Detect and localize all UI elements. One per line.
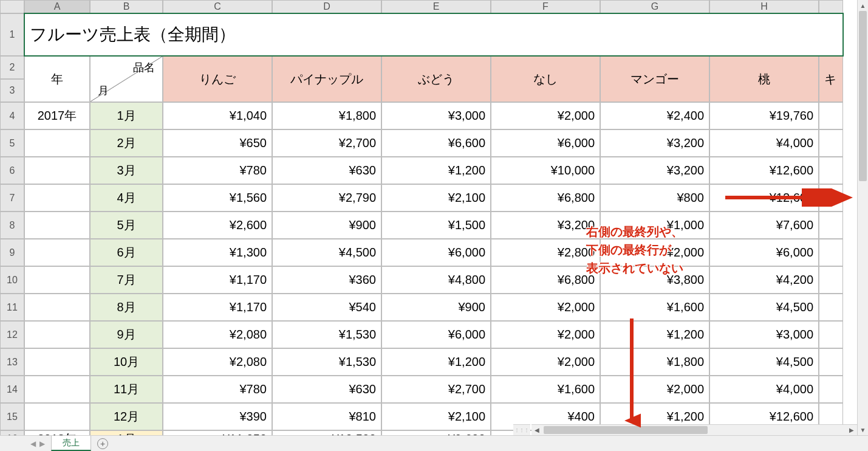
data-cell[interactable]: ¥4,200: [709, 266, 819, 294]
year-cell[interactable]: [24, 239, 90, 266]
data-cell[interactable]: ¥3,200: [600, 157, 709, 184]
data-cell[interactable]: ¥4,500: [709, 294, 819, 321]
year-cell[interactable]: [24, 184, 90, 212]
data-cell[interactable]: ¥900: [381, 294, 491, 321]
month-cell[interactable]: 11月: [90, 376, 163, 403]
data-cell[interactable]: ¥2,700: [381, 376, 491, 403]
year-cell[interactable]: [24, 403, 90, 430]
row-header-6[interactable]: 6: [0, 157, 24, 184]
month-cell[interactable]: 12月: [90, 403, 163, 430]
month-cell[interactable]: 5月: [90, 212, 163, 239]
data-cell[interactable]: ¥3,200: [491, 212, 600, 239]
data-cell[interactable]: ¥1,800: [600, 348, 709, 376]
header-diagonal[interactable]: 品名 月: [90, 56, 163, 102]
data-cell[interactable]: ¥12,600: [709, 184, 819, 212]
data-cell-partial[interactable]: [819, 294, 843, 321]
col-header-H[interactable]: H: [709, 0, 819, 13]
row-header-12[interactable]: 12: [0, 321, 24, 348]
month-cell[interactable]: 9月: [90, 321, 163, 348]
data-cell[interactable]: ¥780: [163, 376, 272, 403]
year-cell[interactable]: [24, 321, 90, 348]
month-cell[interactable]: 2月: [90, 129, 163, 157]
row-header-8[interactable]: 8: [0, 212, 24, 239]
data-cell-partial[interactable]: [819, 321, 843, 348]
data-cell[interactable]: ¥1,500: [381, 212, 491, 239]
data-cell[interactable]: ¥4,500: [709, 348, 819, 376]
tab-nav[interactable]: ◀ ▶: [24, 436, 51, 451]
data-cell[interactable]: ¥2,000: [600, 376, 709, 403]
data-cell[interactable]: ¥1,170: [163, 266, 272, 294]
col-header-B[interactable]: B: [90, 0, 163, 13]
data-cell[interactable]: ¥1,530: [272, 321, 381, 348]
data-cell[interactable]: ¥630: [272, 157, 381, 184]
scroll-right-icon[interactable]: ▶: [846, 425, 857, 435]
col-header-D[interactable]: D: [272, 0, 381, 13]
header-fruit-2[interactable]: ぶどう: [381, 56, 491, 102]
select-all-corner[interactable]: [0, 0, 24, 13]
header-fruit-3[interactable]: なし: [491, 56, 600, 102]
data-cell-partial[interactable]: [819, 212, 843, 239]
data-cell[interactable]: ¥2,000: [491, 321, 600, 348]
col-header-E[interactable]: E: [381, 0, 491, 13]
data-cell[interactable]: ¥1,560: [163, 184, 272, 212]
data-cell[interactable]: ¥2,800: [491, 239, 600, 266]
spreadsheet-grid[interactable]: A B C D E F G H 1 フルーツ売上表（全期間） 2 年 品名 月 …: [0, 0, 868, 435]
data-cell-partial[interactable]: [819, 129, 843, 157]
data-cell[interactable]: ¥4,800: [381, 266, 491, 294]
data-cell[interactable]: ¥4,500: [272, 239, 381, 266]
data-cell[interactable]: ¥3,200: [600, 129, 709, 157]
header-fruit-4[interactable]: マンゴー: [600, 56, 709, 102]
data-cell[interactable]: ¥1,200: [381, 348, 491, 376]
data-cell[interactable]: ¥6,000: [381, 239, 491, 266]
data-cell[interactable]: ¥12,600: [709, 157, 819, 184]
data-cell[interactable]: ¥1,000: [600, 212, 709, 239]
add-sheet-button[interactable]: +: [91, 436, 114, 451]
scroll-up-icon[interactable]: ▲: [858, 0, 868, 11]
month-cell[interactable]: 1月: [90, 102, 163, 129]
data-cell[interactable]: ¥540: [272, 294, 381, 321]
row-header-13[interactable]: 13: [0, 348, 24, 376]
data-cell[interactable]: ¥4,000: [709, 376, 819, 403]
data-cell[interactable]: ¥1,200: [381, 157, 491, 184]
horizontal-scrollbar[interactable]: ◀ ▶: [531, 424, 857, 435]
row-header-11[interactable]: 11: [0, 294, 24, 321]
month-cell[interactable]: 7月: [90, 266, 163, 294]
data-cell-partial[interactable]: [819, 348, 843, 376]
col-header-F[interactable]: F: [491, 0, 600, 13]
data-cell[interactable]: ¥2,000: [491, 294, 600, 321]
sheet-tab-active[interactable]: 売上: [51, 436, 91, 451]
data-cell[interactable]: ¥4,000: [709, 129, 819, 157]
data-cell-partial[interactable]: [819, 157, 843, 184]
data-cell[interactable]: ¥810: [272, 403, 381, 430]
data-cell[interactable]: ¥10,000: [491, 157, 600, 184]
col-header-G[interactable]: G: [600, 0, 709, 13]
month-cell[interactable]: 6月: [90, 239, 163, 266]
data-cell[interactable]: ¥6,000: [491, 129, 600, 157]
data-cell[interactable]: ¥1,530: [272, 348, 381, 376]
data-cell[interactable]: ¥2,400: [600, 102, 709, 129]
col-header-C[interactable]: C: [163, 0, 272, 13]
year-cell[interactable]: [24, 129, 90, 157]
data-cell[interactable]: ¥1,600: [491, 376, 600, 403]
data-cell-partial[interactable]: [819, 184, 843, 212]
header-fruit-1[interactable]: パイナップル: [272, 56, 381, 102]
data-cell[interactable]: ¥780: [163, 157, 272, 184]
row-header-3[interactable]: 3: [0, 79, 24, 102]
row-header-14[interactable]: 14: [0, 376, 24, 403]
data-cell[interactable]: ¥1,170: [163, 294, 272, 321]
vscroll-thumb[interactable]: [859, 11, 867, 181]
row-header-9[interactable]: 9: [0, 239, 24, 266]
header-year[interactable]: 年: [24, 56, 90, 102]
header-fruit-0[interactable]: りんご: [163, 56, 272, 102]
row-header-4[interactable]: 4: [0, 102, 24, 129]
data-cell-partial[interactable]: [819, 102, 843, 129]
year-cell[interactable]: [24, 266, 90, 294]
vertical-scrollbar[interactable]: ▲ ▼: [857, 0, 868, 435]
col-header-A[interactable]: A: [24, 0, 90, 13]
hscroll-thumb[interactable]: [544, 426, 708, 434]
month-cell[interactable]: 10月: [90, 348, 163, 376]
data-cell[interactable]: ¥6,600: [381, 129, 491, 157]
split-handle[interactable]: ⋮⋮⋮: [513, 424, 530, 435]
data-cell[interactable]: ¥2,000: [600, 239, 709, 266]
month-cell[interactable]: 8月: [90, 294, 163, 321]
